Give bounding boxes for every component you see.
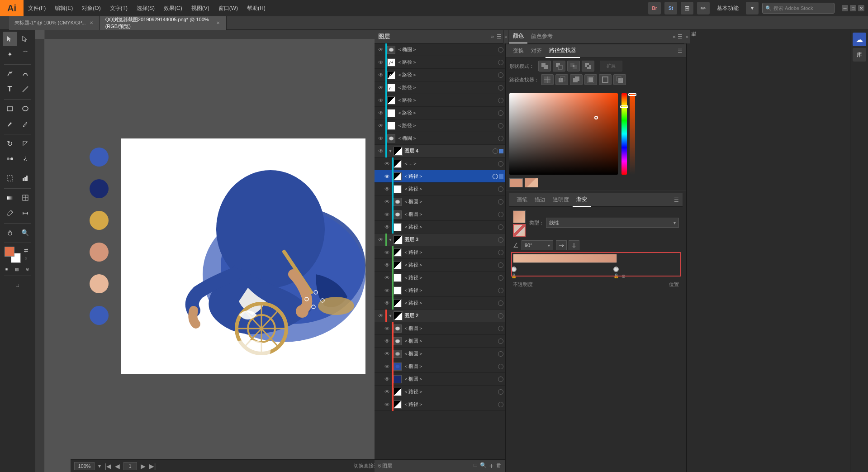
layer-row[interactable]: 👁 ＜路径＞: [375, 272, 505, 284]
layer-visibility-eye[interactable]: 👁: [376, 43, 385, 56]
layer-visibility-eye[interactable]: 👁: [383, 284, 392, 297]
pf-outline-btn[interactable]: [599, 74, 612, 85]
mesh-tool[interactable]: [18, 191, 33, 205]
layer-visibility-eye[interactable]: 👁: [376, 81, 385, 94]
layer-row[interactable]: 👁 ＜路径＞: [375, 119, 505, 132]
swap-colors-btn[interactable]: ⇄: [22, 247, 31, 254]
layer-visibility-eye[interactable]: 👁: [376, 132, 385, 145]
target-indicator[interactable]: [498, 339, 503, 344]
color-gradient-box[interactable]: [509, 93, 618, 175]
target-indicator[interactable]: [493, 174, 498, 179]
workspace-btn[interactable]: ⊞: [681, 2, 693, 14]
menu-help[interactable]: 帮助(H): [242, 0, 270, 16]
layer-row[interactable]: 👁 ＜椭圆＞: [375, 322, 505, 335]
layer-row[interactable]: 👁 ＜椭圆＞: [375, 335, 505, 348]
layers-expand-btn[interactable]: »: [491, 33, 494, 40]
page-input[interactable]: [123, 462, 137, 470]
target-indicator[interactable]: [498, 123, 503, 129]
color-panel-expand[interactable]: «: [673, 33, 676, 40]
draw-mode-btn[interactable]: □: [10, 278, 25, 292]
layer-row[interactable]: 👁 ＜路径＞: [375, 284, 505, 297]
current-color-swatch[interactable]: [509, 178, 523, 187]
nav-last-btn[interactable]: ▶|: [149, 462, 156, 470]
blend-tool[interactable]: [3, 152, 17, 166]
layer-row[interactable]: 👁 ＜椭圆＞: [375, 360, 505, 373]
target-indicator[interactable]: [498, 250, 503, 255]
bridge-btn[interactable]: Br: [648, 2, 661, 14]
menu-object[interactable]: 对象(O): [77, 0, 105, 16]
layer-visibility-eye[interactable]: 👁: [383, 208, 392, 221]
layer-row[interactable]: 👁 ＜...＞: [375, 157, 505, 170]
target-indicator[interactable]: [498, 224, 503, 230]
close-btn[interactable]: ✕: [858, 5, 864, 11]
gradient-reverse-btn[interactable]: [556, 240, 567, 250]
target-indicator[interactable]: [498, 300, 503, 306]
tab-brush[interactable]: 画笔: [513, 193, 531, 207]
delete-layer-btn[interactable]: 🗑: [496, 462, 502, 470]
layer-row[interactable]: 👁 ＜椭圆＞: [375, 348, 505, 360]
layer-row[interactable]: 👁 ＜椭圆＞: [375, 373, 505, 386]
gradient-flip-btn[interactable]: [569, 240, 579, 250]
target-indicator[interactable]: [498, 237, 503, 243]
pf-crop-btn[interactable]: [584, 74, 597, 85]
shape-intersect-btn[interactable]: [567, 61, 580, 72]
tab-pathfinder[interactable]: 路径查找器: [545, 44, 580, 58]
layer-row[interactable]: 👁 ＜椭圆＞: [375, 195, 505, 208]
color-panel-menu[interactable]: ☰: [678, 33, 683, 40]
layer-visibility-eye[interactable]: 👁: [376, 107, 385, 119]
scale-tool[interactable]: [18, 136, 33, 151]
gradient-secondary-swatch[interactable]: [513, 224, 526, 237]
line-tool[interactable]: [18, 82, 33, 96]
layer-row[interactable]: 👁 ＜路径＞: [375, 56, 505, 69]
target-indicator[interactable]: [498, 262, 503, 268]
gradient-stop-delete-btn[interactable]: 🗑: [621, 273, 626, 278]
layer-visibility-eye[interactable]: 👁: [376, 145, 385, 157]
target-indicator[interactable]: [498, 98, 503, 103]
gradient-stop-right[interactable]: [613, 267, 619, 272]
target-indicator[interactable]: [498, 199, 503, 205]
minimize-btn[interactable]: ─: [842, 5, 848, 11]
layer-group-row[interactable]: 👁 ▼ 图层 4: [375, 145, 505, 157]
gradient-bar-container[interactable]: [513, 254, 617, 263]
layer-row[interactable]: 👁 ＜路径＞: [375, 386, 505, 398]
target-indicator[interactable]: [498, 313, 503, 319]
maximize-btn[interactable]: □: [850, 5, 856, 11]
zoom-tool[interactable]: 🔍: [18, 225, 33, 240]
layer-visibility-eye[interactable]: 👁: [383, 221, 392, 234]
layer-row[interactable]: 👁 ＜椭圆＞: [375, 43, 505, 56]
tab-qq[interactable]: QQ浏览器截图20190929144005.png* @ 100% (RGB/预…: [100, 16, 227, 30]
gradient-type-select[interactable]: 线性 ▾: [546, 218, 679, 228]
alpha-slider[interactable]: [630, 93, 635, 175]
layers-list[interactable]: 👁 ＜椭圆＞ 👁 ＜路径＞ 👁 ＜路径＞: [375, 43, 505, 459]
hand-tool[interactable]: [3, 225, 17, 240]
gradient-angle-input[interactable]: 90° ▾: [522, 240, 553, 250]
layers-search-btn[interactable]: 🔍: [480, 462, 487, 470]
target-indicator[interactable]: [498, 60, 503, 65]
panel-expand-arrow[interactable]: »: [503, 30, 508, 43]
layer-row[interactable]: 👁 ＜椭圆＞: [375, 208, 505, 221]
canvas-btn[interactable]: □: [474, 462, 477, 470]
target-indicator[interactable]: [498, 47, 503, 52]
layer-visibility-eye[interactable]: 👁: [383, 386, 392, 398]
creative-cloud-btn[interactable]: ☁: [853, 33, 866, 46]
target-indicator[interactable]: [498, 402, 503, 407]
layer-visibility-eye[interactable]: 👁: [383, 360, 392, 373]
layer-group-row[interactable]: 👁 ▼ 图层 2: [375, 310, 505, 322]
menu-file[interactable]: 文件(F): [24, 0, 50, 16]
rotate-tool[interactable]: ↻: [3, 136, 17, 151]
layer-visibility-eye[interactable]: 👁: [383, 348, 392, 360]
target-indicator[interactable]: [498, 389, 503, 395]
layer-row[interactable]: 👁 ＜路径＞: [375, 246, 505, 259]
layer-row[interactable]: 👁 ＜路径＞: [375, 221, 505, 234]
reset-colors-btn[interactable]: ○: [22, 255, 31, 262]
tab-opacity[interactable]: 透明度: [549, 193, 573, 207]
layer-visibility-eye[interactable]: 👁: [383, 373, 392, 386]
layer-visibility-eye[interactable]: 👁: [376, 234, 385, 246]
workspace-dropdown[interactable]: ▾: [746, 2, 759, 14]
target-indicator[interactable]: [498, 212, 503, 217]
target-indicator[interactable]: [498, 275, 503, 281]
rect-tool[interactable]: [3, 101, 17, 116]
layer-group-row[interactable]: 👁 ▼ 图层 3: [375, 234, 505, 246]
pen-tool[interactable]: [3, 67, 17, 81]
target-indicator[interactable]: [498, 288, 503, 293]
